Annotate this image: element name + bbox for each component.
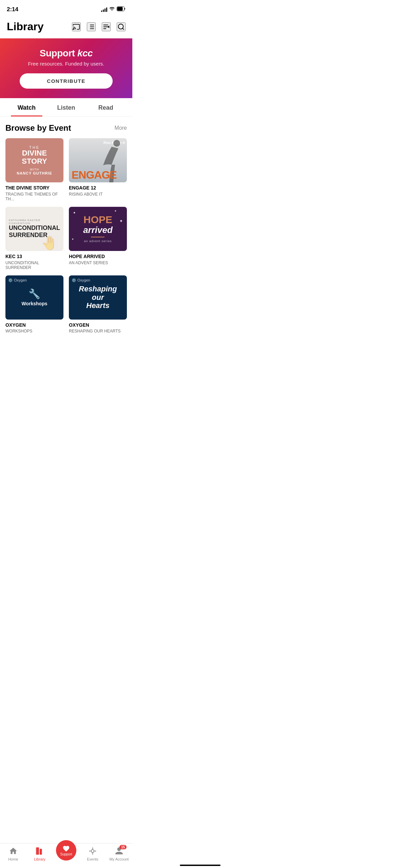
- status-icons: [101, 6, 126, 13]
- status-bar: 2:14: [0, 0, 132, 17]
- event-card-divine[interactable]: THE DIVINE STORY WITH NANCY GUTHRIE THE …: [5, 138, 63, 201]
- cast-button[interactable]: [72, 22, 81, 31]
- contribute-button[interactable]: CONTRIBUTE: [20, 73, 112, 89]
- tab-listen[interactable]: Listen: [46, 98, 86, 116]
- event-card-kec[interactable]: KATOUMBA EASTER CONVENTION UNCONDITIONAL…: [5, 207, 63, 270]
- browse-title: Browse by Event: [5, 123, 71, 133]
- event-card-hope[interactable]: ✦ ✦ ✦ ✦ HOPE arrived an advent series HO…: [69, 207, 127, 270]
- event-subtitle: TRACING THE THEMES OF TH...: [5, 192, 63, 201]
- search-button[interactable]: [117, 22, 126, 31]
- event-thumb-divine: THE DIVINE STORY WITH NANCY GUTHRIE: [5, 138, 63, 182]
- event-title: OXYGEN: [69, 322, 127, 328]
- svg-point-2: [73, 29, 74, 30]
- event-subtitle: RISING ABOVE IT: [69, 192, 127, 197]
- content-tabs: Watch Listen Read: [0, 98, 132, 116]
- event-thumb-reshaping: ⚙️ Oxygen ReshapingourHearts: [69, 275, 127, 320]
- signal-icon: [101, 7, 107, 12]
- event-thumb-hope: ✦ ✦ ✦ ✦ HOPE arrived an advent series: [69, 207, 127, 251]
- svg-point-10: [118, 24, 123, 29]
- event-title: OXYGEN: [5, 322, 63, 328]
- svg-line-11: [122, 28, 124, 30]
- events-grid: THE DIVINE STORY WITH NANCY GUTHRIE THE …: [5, 138, 127, 333]
- battery-icon: [117, 6, 126, 13]
- event-card-oxygen[interactable]: ⚙️ Oxygen 🔧 Workshops OXYGEN WORKSHOPS: [5, 275, 63, 334]
- status-time: 2:14: [7, 6, 18, 13]
- event-subtitle: AN ADVENT SERIES: [69, 260, 127, 265]
- svg-marker-9: [108, 25, 110, 28]
- event-card-engage[interactable]: Rise Above It ENGAGE ENGAGE 12 RISING AB: [69, 138, 127, 201]
- main-content: Watch Listen Read Browse by Event More T…: [0, 98, 132, 367]
- browse-section: Browse by Event More THE DIVINE STORY WI…: [0, 116, 132, 333]
- event-title: KEC 13: [5, 254, 63, 259]
- filter-button[interactable]: [87, 22, 96, 31]
- tab-watch[interactable]: Watch: [7, 98, 46, 116]
- page-title: Library: [7, 20, 43, 33]
- support-subtitle: Free resources. Funded by users.: [28, 61, 104, 67]
- event-title: THE DIVINE STORY: [5, 185, 63, 191]
- event-title: ENGAGE 12: [69, 185, 127, 191]
- support-banner: Support kcc Free resources. Funded by us…: [0, 38, 132, 98]
- browse-header: Browse by Event More: [5, 123, 127, 133]
- wifi-icon: [109, 6, 115, 13]
- event-thumb-kec: KATOUMBA EASTER CONVENTION UNCONDITIONAL…: [5, 207, 63, 251]
- tab-read[interactable]: Read: [86, 98, 126, 116]
- playlist-button[interactable]: [102, 22, 111, 31]
- event-subtitle: UNCONDITIONAL SURRENDER: [5, 260, 63, 270]
- header-actions: [72, 22, 126, 31]
- event-thumb-oxygen: ⚙️ Oxygen 🔧 Workshops: [5, 275, 63, 320]
- more-link[interactable]: More: [115, 125, 127, 131]
- support-title: Support kcc: [40, 48, 93, 59]
- event-card-reshaping[interactable]: ⚙️ Oxygen ReshapingourHearts OXYGEN RESH…: [69, 275, 127, 334]
- event-thumb-engage: Rise Above It ENGAGE: [69, 138, 127, 182]
- header: Library: [0, 17, 132, 38]
- svg-rect-1: [117, 7, 123, 11]
- svg-point-12: [113, 140, 120, 147]
- event-subtitle: WORKSHOPS: [5, 329, 63, 333]
- event-title: HOPE ARRIVED: [69, 254, 127, 259]
- event-subtitle: RESHAPING OUR HEARTS: [69, 329, 127, 333]
